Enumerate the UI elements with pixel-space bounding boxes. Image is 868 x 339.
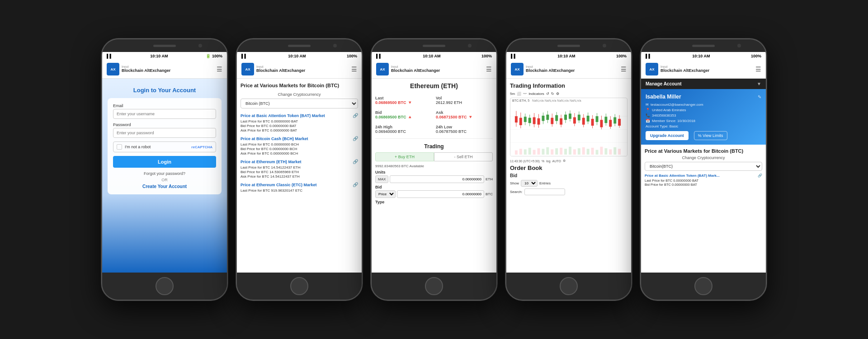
captcha-row: I'm not a robot reCAPTCHA [113, 141, 216, 152]
home-button-2[interactable] [290, 277, 308, 295]
camera-1 [198, 44, 202, 47]
redo-icon[interactable]: ↻ [551, 92, 554, 96]
user-location-row: 📍 United Arab Emirates [646, 108, 761, 112]
login-button[interactable]: Login [113, 156, 216, 168]
phone-bottom-2 [237, 273, 362, 300]
svg-rect-75 [618, 119, 621, 126]
undo-icon[interactable]: ↺ [546, 92, 549, 96]
crypto-select-2[interactable]: Bitcoin (BTC) [241, 99, 358, 108]
etc-link-icon[interactable]: 🔗 [353, 182, 358, 187]
bat-link-icon[interactable]: 🔗 [353, 113, 358, 118]
speaker-2 [288, 45, 311, 47]
units-currency: ETH [486, 177, 493, 181]
home-button-3[interactable] [425, 277, 443, 295]
create-account-link[interactable]: Create Your Account [113, 184, 216, 189]
manage-account-label: Manage Account [646, 81, 682, 86]
type-label: Type [375, 200, 493, 204]
logo-icon-4: AX [511, 63, 524, 75]
email-input[interactable] [113, 109, 216, 119]
svg-rect-14 [560, 148, 562, 155]
status-bar-2: ▌▌ 10:10 AM 100% [237, 52, 362, 60]
down-arrow-icon: 🔻 [407, 100, 412, 105]
forgot-password-link[interactable]: Forgot your password? [113, 171, 216, 176]
edit-icon[interactable]: ✎ [758, 94, 761, 99]
home-button-5[interactable] [694, 277, 712, 295]
home-button-1[interactable] [156, 277, 174, 295]
location-icon: 📍 [646, 108, 650, 112]
acc-bat-title[interactable]: Price at Basic Attention Token (BAT) Mar… [645, 174, 720, 178]
svg-rect-53 [569, 113, 571, 119]
last-stat: Last 0.06869500 BTC 🔻 [375, 96, 432, 105]
svg-rect-35 [528, 118, 531, 123]
bch-link-icon[interactable]: 🔗 [353, 136, 358, 141]
timeframe-label[interactable]: 5m [510, 92, 515, 96]
sell-tab[interactable]: - Sell ETH [434, 152, 493, 161]
menu-icon-4[interactable]: ☰ [621, 66, 627, 73]
phone-3: ▌▌ 10:10 AM 100% AX Inout Blockchain Alt… [371, 38, 497, 301]
eth-stats-row2: Bid 0.06869500 BTC 🔺 Ask 0.06871500 BTC … [372, 108, 496, 122]
signal-icon: ▌▌ [107, 54, 113, 58]
bch-title[interactable]: Price at Bitcoin Cash (BCH) Market [241, 137, 308, 141]
menu-icon-3[interactable]: ☰ [486, 66, 492, 73]
svg-rect-63 [591, 119, 594, 126]
svg-rect-57 [578, 115, 580, 121]
calendar-icon: 📅 [646, 119, 650, 123]
menu-icon-5[interactable]: ☰ [755, 66, 761, 73]
svg-rect-45 [551, 118, 553, 124]
svg-rect-41 [542, 116, 544, 121]
max-button[interactable]: MAX [375, 175, 388, 183]
signal-3: ▌▌ [376, 54, 382, 58]
expand-icon: ⬜ [517, 92, 521, 96]
speaker-3 [423, 45, 445, 47]
user-phone-row: 📞 346356836353 [646, 113, 761, 118]
user-name: Isabella Miller [646, 94, 681, 100]
low-stat: 24h Low 0.06787500 BTC [436, 125, 493, 134]
time-5: 10:10 AM [692, 54, 710, 58]
user-name-row: Isabella Miller ✎ [646, 94, 761, 100]
svg-rect-21 [591, 148, 594, 155]
captcha-checkbox[interactable] [117, 144, 122, 150]
price-type-select[interactable]: Price [375, 190, 396, 198]
bid-price-input[interactable] [397, 190, 484, 198]
phone-5: ▌▌ 10:10 AM 100% AX Inout Blockchain Alt… [640, 38, 767, 301]
acc-bat-link[interactable]: 🔗 [758, 174, 762, 178]
home-button-4[interactable] [560, 277, 578, 295]
account-type-row: Account Type: Basic [646, 124, 761, 128]
settings-icon[interactable]: ⚙ [556, 92, 559, 96]
svg-rect-11 [546, 147, 549, 155]
status-bar-4: ▌▌ 10:10 AM 100% [506, 52, 631, 60]
acc-crypto-select[interactable]: Bitcoin(BTC) [645, 162, 762, 171]
svg-rect-6 [524, 149, 527, 155]
market-section-eth: Price at Ethereum (ETH) Market 🔗 Last Pr… [241, 159, 358, 179]
svg-rect-17 [573, 149, 576, 155]
view-limits-button[interactable]: % View Limits [694, 131, 727, 140]
eth-link-icon[interactable]: 🔗 [353, 159, 358, 164]
upgrade-account-button[interactable]: Upgrade Account [646, 131, 689, 140]
indicators-btn[interactable]: Indicators [528, 92, 544, 96]
units-input[interactable] [390, 175, 484, 183]
entries-select[interactable]: 10 [521, 180, 538, 187]
menu-icon-2[interactable]: ☰ [351, 66, 357, 73]
app-header-5: AX Inout Blockchain AltExchanger ☰ [641, 60, 766, 79]
etc-title[interactable]: Price at Ethereum Classic (ETC) Market [241, 183, 317, 187]
chart-footer: 11:43:30 (UTC+5:30) % log AUTO ⚙ [510, 159, 627, 163]
order-search-input[interactable] [524, 188, 565, 195]
eth-market-title[interactable]: Price at Ethereum (ETH) Market [241, 160, 302, 164]
phone-4: ▌▌ 10:10 AM 100% AX Inout Blockchain Alt… [505, 38, 632, 301]
or-divider: OR [113, 178, 216, 182]
svg-rect-43 [546, 115, 549, 120]
svg-rect-65 [596, 116, 599, 122]
buy-tab[interactable]: + Buy ETH [375, 152, 434, 161]
email-icon: ✉ [646, 103, 649, 107]
market-section-bat: Price at Basic Attention Token (BAT) Mar… [241, 113, 358, 132]
bat-title[interactable]: Price at Basic Attention Token (BAT) Mar… [241, 113, 325, 118]
phone-bottom-5 [641, 273, 766, 300]
menu-icon-1[interactable]: ☰ [217, 66, 222, 73]
trading-screen: Trading Information 5m ⬜ 〰 Indicators ↺ … [506, 79, 631, 273]
manage-account-bar[interactable]: Manage Account ▼ [641, 79, 766, 89]
password-input[interactable] [113, 128, 216, 138]
bid-currency: BTC [486, 192, 493, 196]
time-4: 10:10 AM [557, 54, 575, 58]
phone-bottom-4 [506, 273, 631, 300]
svg-rect-49 [560, 118, 562, 125]
